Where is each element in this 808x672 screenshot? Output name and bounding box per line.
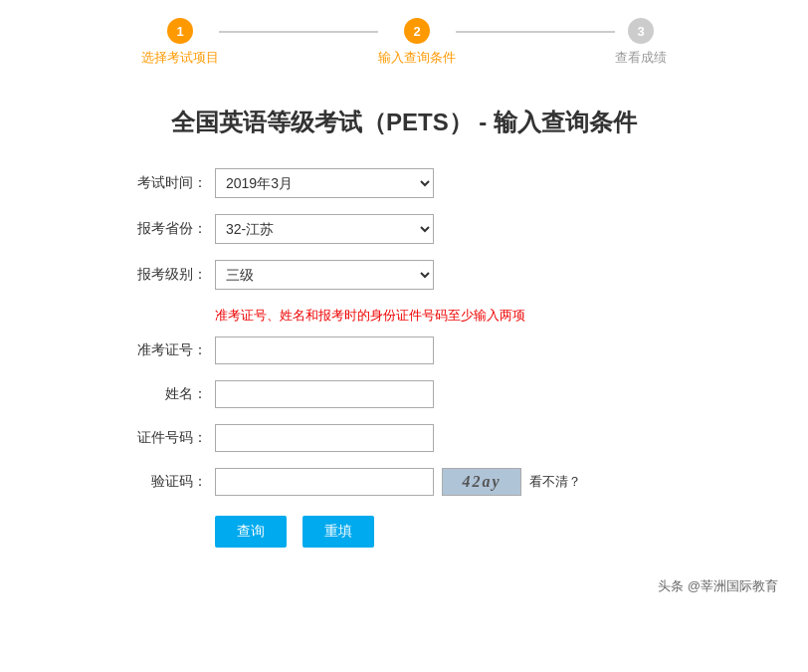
admission-input[interactable] [215, 336, 434, 364]
exam-time-label: 考试时间： [105, 174, 215, 192]
step-circle-3: 3 [628, 18, 654, 44]
admission-control [215, 336, 434, 364]
footer-text: 头条 @莘洲国际教育 [658, 578, 778, 593]
exam-time-row: 考试时间： 2019年3月 2018年9月 2018年3月 [105, 168, 703, 198]
admission-label: 准考证号： [105, 341, 215, 359]
exam-time-control: 2019年3月 2018年9月 2018年3月 [215, 168, 434, 198]
name-input[interactable] [215, 380, 434, 408]
step-3: 3 查看成绩 [615, 18, 667, 67]
step-2: 2 输入查询条件 [378, 18, 456, 67]
step-line-2 [456, 31, 615, 33]
form-section: 考试时间： 2019年3月 2018年9月 2018年3月 报考省份： 32-江… [105, 168, 703, 548]
step-circle-1: 1 [167, 18, 193, 44]
level-select[interactable]: 一级 二级 三级 四级 五级 [215, 260, 434, 290]
step-label-3: 查看成绩 [615, 49, 667, 67]
footer: 头条 @莘洲国际教育 [0, 548, 808, 605]
query-button[interactable]: 查询 [215, 516, 287, 548]
error-message: 准考证号、姓名和报考时的身份证件号码至少输入两项 [215, 306, 533, 327]
cant-see-link[interactable]: 看不清？ [529, 473, 581, 491]
level-control: 一级 二级 三级 四级 五级 [215, 260, 434, 290]
id-row: 证件号码： [105, 424, 703, 452]
step-label-1: 选择考试项目 [141, 49, 219, 67]
id-input[interactable] [215, 424, 434, 452]
captcha-control: 42ay 看不清？ [215, 468, 581, 496]
level-label: 报考级别： [105, 266, 215, 284]
province-label: 报考省份： [105, 220, 215, 238]
name-label: 姓名： [105, 385, 215, 403]
step-label-2: 输入查询条件 [378, 49, 456, 67]
province-select[interactable]: 32-江苏 11-北京 31-上海 [215, 214, 434, 244]
province-control: 32-江苏 11-北京 31-上海 [215, 214, 434, 244]
admission-row: 准考证号： [105, 336, 703, 364]
captcha-input[interactable] [215, 468, 434, 496]
id-control [215, 424, 434, 452]
step-line-1 [219, 31, 378, 33]
captcha-row: 验证码： 42ay 看不清？ [105, 468, 703, 496]
step-1: 1 选择考试项目 [141, 18, 219, 67]
exam-time-select[interactable]: 2019年3月 2018年9月 2018年3月 [215, 168, 434, 198]
reset-button[interactable]: 重填 [303, 516, 374, 548]
name-row: 姓名： [105, 380, 703, 408]
province-row: 报考省份： 32-江苏 11-北京 31-上海 [105, 214, 703, 244]
stepper: 1 选择考试项目 2 输入查询条件 3 查看成绩 [0, 0, 808, 77]
step-circle-2: 2 [404, 18, 430, 44]
captcha-image[interactable]: 42ay [442, 468, 521, 496]
page-title: 全国英语等级考试（PETS） - 输入查询条件 [0, 107, 808, 138]
name-control [215, 380, 434, 408]
button-row: 查询 重填 [215, 516, 703, 548]
level-row: 报考级别： 一级 二级 三级 四级 五级 [105, 260, 703, 290]
captcha-label: 验证码： [105, 473, 215, 491]
id-label: 证件号码： [105, 429, 215, 447]
